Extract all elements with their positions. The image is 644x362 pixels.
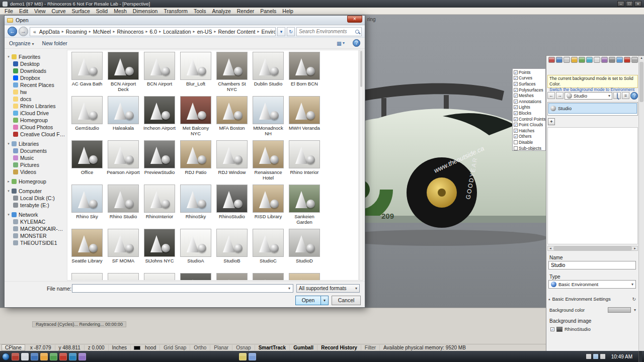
filter-checkbox-control-points[interactable]: ✓ — [514, 117, 518, 121]
cancel-button[interactable]: Cancel — [332, 296, 361, 305]
filter-row-blocks[interactable]: ✓Blocks — [513, 110, 545, 116]
refresh-button[interactable]: ↻ — [287, 27, 295, 36]
file-item-studiof[interactable]: StudioF — [105, 273, 141, 281]
taskbar-icon[interactable] — [50, 353, 57, 360]
environment-type-select[interactable]: Basic Environment ▾ — [548, 280, 636, 289]
file-item-studioc[interactable]: StudioC — [250, 229, 286, 273]
sidebar-item-icloud-drive[interactable]: iCloud Drive — [6, 110, 66, 117]
filter-row-annotations[interactable]: ✓Annotations — [513, 99, 545, 105]
refresh-icon[interactable]: ↻ — [632, 297, 636, 302]
env-forward-button[interactable]: → — [556, 92, 564, 99]
sidebar-section-favorites[interactable]: ▾Favorites — [6, 53, 66, 60]
toggle-ortho[interactable]: Ortho — [190, 345, 210, 350]
filter-row-others[interactable]: ✓Others — [513, 134, 545, 140]
environment-browse-area[interactable] — [547, 127, 638, 244]
organize-button[interactable]: Organize ▾ — [9, 40, 34, 46]
filter-checkbox-surfaces[interactable]: ✓ — [514, 82, 518, 86]
menu-mesh[interactable]: Mesh — [111, 8, 130, 14]
toggle-osnap[interactable]: Osnap — [232, 345, 255, 350]
file-item-sf-moma[interactable]: SF MOMA — [105, 229, 141, 273]
menu-tools[interactable]: Tools — [191, 8, 209, 14]
breadcrumb-item-en-us[interactable]: en-US — [196, 29, 214, 35]
file-item-rdj-patio[interactable]: RDJ Patio — [178, 140, 214, 185]
file-item-studiob[interactable]: StudioB — [214, 229, 250, 273]
filter-checkbox-curves[interactable]: ✓ — [514, 76, 518, 80]
taskbar-clock[interactable]: 10:49 AM — [607, 354, 636, 359]
change-view-button[interactable]: ▦ ▾ — [337, 40, 345, 46]
panel-tab-icon[interactable] — [631, 57, 638, 63]
scrollbar-thumb[interactable] — [553, 246, 632, 250]
sidebar-section-computer[interactable]: ▾Computer — [6, 188, 66, 195]
breadcrumb-item-render-content[interactable]: Render Content — [216, 29, 257, 35]
file-item-mfa-boston[interactable]: MFA Boston — [214, 96, 250, 140]
breadcrumb-item-roaming[interactable]: Roaming — [64, 29, 89, 35]
sidebar-item-music[interactable]: Music — [6, 154, 66, 161]
env-back-button[interactable]: ← — [547, 92, 555, 99]
file-item-rdj-window[interactable]: RDJ Window — [214, 140, 250, 185]
file-list-scrollbar[interactable] — [359, 50, 363, 281]
filter-row-lights[interactable]: ✓Lights — [513, 105, 545, 111]
new-folder-button[interactable]: New folder — [42, 40, 67, 46]
expand-arrow-icon[interactable]: ▸ — [6, 179, 11, 184]
file-item-blur-loft[interactable]: Blur_Loft — [178, 52, 214, 96]
filter-row-sub-objects[interactable]: Sub-objects — [513, 145, 545, 151]
menu-solid[interactable]: Solid — [93, 8, 111, 14]
sidebar-item-hw[interactable]: hw — [6, 88, 66, 96]
breadcrumb-item-rhinoceros[interactable]: Rhinoceros — [115, 29, 145, 35]
filter-row-polysurfaces[interactable]: ✓Polysurfaces — [513, 87, 545, 93]
breadcrumb-overflow-chevron[interactable]: « — [32, 29, 38, 35]
sidebar-item-homegroup[interactable]: Homegroup — [6, 117, 66, 124]
sidebar-section-network[interactable]: ▾Network — [6, 211, 66, 218]
background-color-swatch[interactable] — [608, 307, 631, 313]
taskbar-icon[interactable] — [12, 353, 19, 360]
file-item-dublin-studio[interactable]: Dublin Studio — [250, 52, 286, 96]
format-filter-select[interactable]: All supported formats ▾ — [296, 284, 360, 293]
filter-checkbox-points[interactable]: ✓ — [514, 70, 518, 74]
panel-tab-icon[interactable] — [556, 57, 562, 63]
file-item-studiod[interactable]: StudioD — [286, 229, 323, 273]
dialog-title-bar[interactable]: Open — [5, 16, 365, 25]
panel-tab-icon[interactable] — [564, 57, 570, 63]
expand-arrow-icon[interactable]: ▾ — [6, 142, 11, 146]
env-search-button[interactable] — [613, 92, 621, 99]
filter-checkbox-others[interactable]: ✓ — [514, 134, 518, 138]
sidebar-item-desktop[interactable]: Desktop — [6, 60, 66, 67]
sidebar-item-dropbox[interactable]: Dropbox — [6, 74, 66, 81]
file-item-renaissance-hotel[interactable]: Renaissance Hotel — [250, 140, 286, 185]
file-item-mtmonadnock-nh[interactable]: MtMonadnock NH — [250, 96, 286, 140]
file-item-mwh-veranda[interactable]: MWH Veranda — [286, 96, 323, 140]
sidebar-item-monster[interactable]: MONSTER — [6, 232, 66, 239]
file-item-partial[interactable] — [286, 273, 323, 281]
breadcrumb-item-mcneel[interactable]: McNeel — [92, 29, 113, 35]
dialog-close-button[interactable]: × — [347, 16, 362, 23]
sidebar-item-theoutside1[interactable]: THEOUTSIDE1 — [6, 239, 66, 246]
sidebar-item-macbookair-525c[interactable]: MACBOOKAIR-525C — [6, 225, 66, 232]
filter-row-disable[interactable]: Disable — [513, 139, 545, 145]
breadcrumb-item-environments[interactable]: Environments — [260, 29, 276, 35]
filter-row-meshes[interactable]: ✓Meshes — [513, 93, 545, 99]
file-item-ac-gava-bath[interactable]: AC Gava Bath — [69, 52, 105, 96]
panel-tab-icon[interactable] — [594, 57, 600, 63]
file-item-bcn-airport-deck[interactable]: BCN Airport Deck — [105, 52, 141, 96]
filter-checkbox-annotations[interactable]: ✓ — [514, 100, 518, 104]
taskbar-icon[interactable] — [59, 353, 67, 360]
menu-help[interactable]: Help — [279, 8, 296, 14]
taskbar-icon[interactable] — [21, 353, 29, 360]
layer-color-swatch[interactable] — [134, 346, 140, 350]
environment-name-input[interactable] — [548, 261, 636, 269]
sidebar-section-libraries[interactable]: ▾Libraries — [6, 140, 66, 147]
sidebar-item-pictures[interactable]: Pictures — [6, 161, 66, 168]
filter-row-control-points[interactable]: ✓Control Points — [513, 116, 545, 122]
taskbar-icon[interactable] — [600, 354, 605, 359]
filter-checkbox-meshes[interactable]: ✓ — [514, 94, 518, 98]
file-item-sankeien-garden[interactable]: Sankeien Garden — [286, 185, 323, 229]
menu-transform[interactable]: Transform — [160, 8, 190, 14]
menu-curve[interactable]: Curve — [49, 8, 69, 14]
taskbar-icon[interactable] — [31, 353, 38, 360]
filter-checkbox-polysurfaces[interactable]: ✓ — [514, 88, 518, 92]
sidebar-item-kylemac[interactable]: KYLEMAC — [6, 218, 66, 225]
file-item-studioa[interactable]: StudioA — [178, 229, 214, 273]
taskbar-icon[interactable] — [593, 354, 598, 359]
vertical-scrollbar[interactable]: ▴ — [638, 56, 644, 351]
address-dropdown-button[interactable]: ▾ — [277, 27, 285, 36]
